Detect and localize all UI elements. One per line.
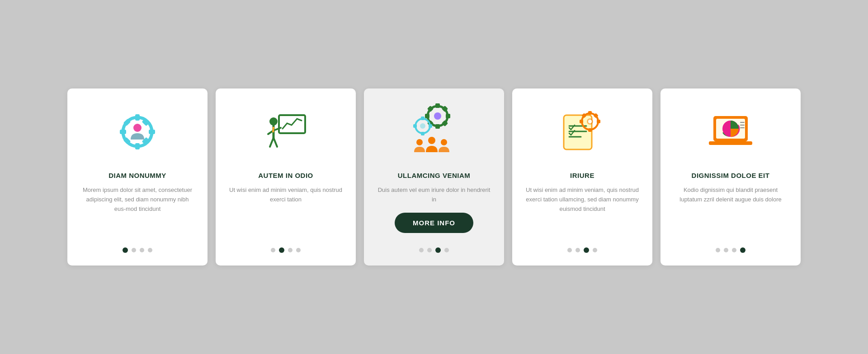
dot [288, 248, 292, 252]
svg-rect-31 [413, 124, 417, 128]
card-3-dots [419, 247, 449, 253]
svg-rect-3 [120, 130, 126, 134]
svg-rect-1 [135, 114, 140, 121]
svg-point-33 [420, 123, 425, 129]
dot [576, 248, 580, 252]
dot [419, 248, 424, 252]
dot [724, 248, 728, 252]
dot [435, 247, 441, 253]
svg-point-35 [428, 137, 435, 144]
gears-team-icon [407, 105, 461, 159]
svg-rect-44 [580, 120, 583, 123]
svg-rect-19 [435, 103, 440, 108]
card-2-dots [271, 247, 301, 253]
card-5: DIGNISSIM DOLOE EIT Kodio dignissim qui … [660, 88, 801, 266]
card-1-title: DIAM NONUMMY [108, 172, 166, 179]
svg-rect-43 [588, 128, 592, 132]
svg-rect-4 [149, 130, 155, 134]
svg-rect-21 [425, 114, 429, 118]
svg-rect-30 [421, 132, 425, 135]
dot [444, 248, 449, 252]
svg-line-16 [274, 138, 277, 147]
dot [567, 248, 572, 252]
svg-point-36 [441, 139, 447, 145]
svg-point-11 [269, 117, 278, 126]
svg-rect-50 [709, 141, 752, 145]
svg-point-9 [133, 124, 142, 132]
gear-person-icon [110, 105, 165, 159]
svg-rect-22 [446, 114, 450, 118]
dot [132, 248, 136, 252]
dot [740, 247, 745, 253]
dot [584, 247, 589, 253]
card-3-text: Duis autem vel eum iriure dolor in hendr… [377, 186, 491, 205]
card-5-text: Kodio dignissim qui blandit praesent lup… [673, 186, 788, 238]
card-5-title: DIGNISSIM DOLOE EIT [692, 172, 770, 179]
dot [593, 248, 597, 252]
card-2-title: AUTEM IN ODIO [258, 172, 313, 179]
card-4-dots [567, 247, 597, 253]
card-5-dots [716, 247, 745, 253]
card-1-text: Morem ipsum dolor sit amet, consectetuer… [80, 186, 195, 238]
svg-rect-29 [421, 116, 425, 120]
svg-rect-20 [435, 124, 440, 129]
svg-rect-42 [588, 111, 592, 115]
dot [732, 248, 736, 252]
more-info-button[interactable]: MORE INFO [395, 213, 473, 233]
card-4-title: IRIURE [570, 172, 594, 179]
card-1: DIAM NONUMMY Morem ipsum dolor sit amet,… [67, 88, 208, 266]
svg-rect-45 [597, 120, 600, 123]
dot [427, 248, 432, 252]
svg-point-49 [588, 120, 592, 123]
svg-rect-32 [429, 124, 432, 128]
card-3-title: ULLAMCING VENIAM [398, 172, 471, 179]
svg-rect-2 [135, 143, 140, 149]
laptop-chart-icon [703, 105, 758, 159]
presenter-icon [259, 105, 313, 159]
dot [279, 247, 284, 253]
dot [716, 248, 720, 252]
dot [123, 247, 128, 253]
dot [140, 248, 144, 252]
dot [271, 248, 275, 252]
card-2: AUTEM IN ODIO Ut wisi enim ad minim veni… [216, 88, 356, 266]
card-1-dots [123, 247, 152, 253]
checklist-gear-icon [555, 105, 609, 159]
card-2-text: Ut wisi enim ad minim veniam, quis nostr… [228, 186, 343, 238]
cards-container: DIAM NONUMMY Morem ipsum dolor sit amet,… [40, 70, 828, 284]
card-4: IRIURE Ut wisi enim ad minim veniam, qui… [512, 88, 652, 266]
svg-point-27 [434, 112, 441, 120]
card-3: ULLAMCING VENIAM Duis autem vel eum iriu… [364, 88, 504, 266]
dot [148, 248, 152, 252]
card-4-text: Ut wisi enim ad minim veniam, quis nostr… [525, 186, 640, 238]
svg-line-15 [270, 138, 274, 147]
svg-point-34 [416, 139, 423, 145]
dot [296, 248, 301, 252]
